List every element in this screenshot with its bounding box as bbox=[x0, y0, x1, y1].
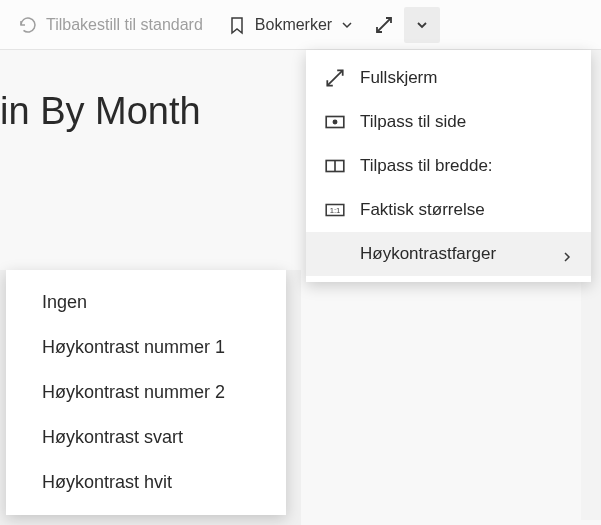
menu-high-contrast[interactable]: Høykontrastfarger bbox=[306, 232, 591, 276]
high-contrast-submenu: Ingen Høykontrast nummer 1 Høykontrast n… bbox=[6, 270, 286, 515]
submenu-hc1[interactable]: Høykontrast nummer 1 bbox=[6, 325, 286, 370]
menu-label: Tilpass til side bbox=[360, 112, 466, 132]
menu-fit-page[interactable]: Tilpass til side bbox=[306, 100, 591, 144]
fullscreen-icon bbox=[374, 15, 394, 35]
bookmarks-button[interactable]: Bokmerker bbox=[217, 9, 364, 41]
submenu-hc-black[interactable]: Høykontrast svart bbox=[6, 415, 286, 460]
menu-label: Høykontrastfarger bbox=[360, 244, 496, 264]
reset-button[interactable]: Tilbakestill til standard bbox=[8, 9, 213, 41]
menu-label: Faktisk størrelse bbox=[360, 200, 485, 220]
undo-icon bbox=[18, 15, 38, 35]
bookmark-icon bbox=[227, 15, 247, 35]
actual-size-icon: 1:1 bbox=[324, 199, 346, 221]
fullscreen-icon bbox=[324, 67, 346, 89]
submenu-none[interactable]: Ingen bbox=[6, 280, 286, 325]
view-menu: Fullskjerm Tilpass til side Tilpass til … bbox=[306, 50, 591, 282]
svg-text:1:1: 1:1 bbox=[330, 206, 341, 215]
toolbar: Tilbakestill til standard Bokmerker bbox=[0, 0, 601, 50]
menu-fullscreen[interactable]: Fullskjerm bbox=[306, 56, 591, 100]
blank-icon bbox=[324, 243, 346, 265]
chevron-right-icon bbox=[561, 248, 573, 260]
submenu-hc-white[interactable]: Høykontrast hvit bbox=[6, 460, 286, 505]
menu-actual-size[interactable]: 1:1 Faktisk størrelse bbox=[306, 188, 591, 232]
fit-width-icon bbox=[324, 155, 346, 177]
chevron-down-icon bbox=[340, 18, 354, 32]
menu-label: Fullskjerm bbox=[360, 68, 437, 88]
menu-label: Tilpass til bredde: bbox=[360, 156, 493, 176]
fullscreen-toolbar-button[interactable] bbox=[368, 9, 400, 41]
bookmarks-label: Bokmerker bbox=[255, 16, 332, 34]
menu-fit-width[interactable]: Tilpass til bredde: bbox=[306, 144, 591, 188]
reset-label: Tilbakestill til standard bbox=[46, 16, 203, 34]
chevron-down-icon bbox=[415, 18, 429, 32]
fit-page-icon bbox=[324, 111, 346, 133]
svg-point-1 bbox=[333, 120, 336, 123]
more-menu-button[interactable] bbox=[404, 7, 440, 43]
submenu-hc2[interactable]: Høykontrast nummer 2 bbox=[6, 370, 286, 415]
